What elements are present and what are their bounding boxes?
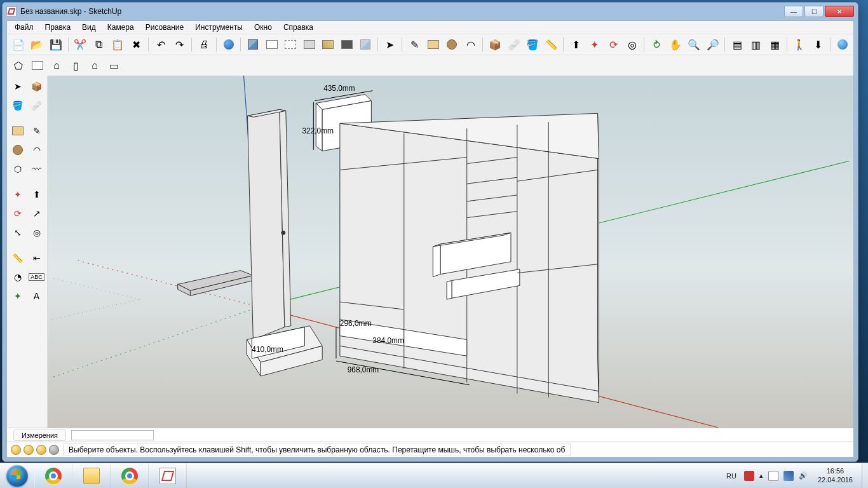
section-display-button[interactable]: ▥ <box>747 36 765 53</box>
new-file-button[interactable]: 📄 <box>10 36 27 53</box>
lt-line[interactable]: ✎ <box>29 123 45 139</box>
lt-circle[interactable] <box>10 142 26 158</box>
undo-button[interactable]: ↶ <box>152 36 170 53</box>
tray-overflow-icon[interactable]: ▴ <box>759 471 763 480</box>
style-monochrome-button[interactable] <box>338 36 356 53</box>
lt-scale[interactable]: ⤡ <box>10 224 26 241</box>
tray-flag-icon[interactable] <box>744 471 754 481</box>
cut-button[interactable]: ✂️ <box>71 36 89 53</box>
input-language[interactable]: RU <box>724 472 739 480</box>
pushpull-tool[interactable]: ⬆ <box>567 36 585 53</box>
menu-draw[interactable]: Рисование <box>140 22 189 33</box>
tray-network-icon[interactable] <box>783 471 794 481</box>
style-hidden-button[interactable] <box>281 36 299 53</box>
arc-tool[interactable]: ◠ <box>462 36 480 53</box>
style-textured-button[interactable] <box>319 36 337 53</box>
lt-arc[interactable]: ◠ <box>29 142 45 158</box>
section-cut-button[interactable]: ▦ <box>766 36 783 53</box>
titlebar[interactable]: Без названия.skp - SketchUp — ☐ ✕ <box>3 3 858 20</box>
menu-window[interactable]: Окно <box>249 22 277 33</box>
3d-viewport[interactable]: 435,0mm 322,0mm <box>48 76 853 428</box>
pan-tool[interactable]: ✋ <box>667 36 684 53</box>
lt-axes[interactable]: ✦ <box>10 288 26 304</box>
paste-button[interactable]: 📋 <box>109 36 126 53</box>
lt-text[interactable]: ABC <box>29 269 45 285</box>
front-view-button[interactable]: ⌂ <box>48 57 65 74</box>
minimize-button[interactable]: — <box>784 6 803 17</box>
tray-volume-icon[interactable]: 🔊 <box>799 471 808 480</box>
lt-select[interactable]: ➤ <box>10 78 26 95</box>
circle-tool[interactable] <box>443 36 461 53</box>
right-view-button[interactable]: ▯ <box>67 57 85 74</box>
left-view-button[interactable]: ▭ <box>105 57 123 74</box>
start-button[interactable] <box>0 463 34 489</box>
tray-action-center-icon[interactable] <box>768 471 778 481</box>
geo-indicator-icon[interactable] <box>11 445 21 455</box>
task-chrome-running[interactable] <box>111 463 149 489</box>
lt-dimension[interactable]: ⇤ <box>29 250 45 266</box>
back-view-button[interactable]: ⌂ <box>86 57 104 74</box>
paint-bucket-tool[interactable]: 🪣 <box>524 36 541 53</box>
measurements-input[interactable] <box>71 430 154 440</box>
maximize-button[interactable]: ☐ <box>804 6 824 17</box>
redo-button[interactable]: ↷ <box>171 36 189 53</box>
zoom-extents-tool[interactable]: 🔎 <box>704 36 722 53</box>
make-component-button[interactable]: 📦 <box>486 36 504 53</box>
style-xray-button[interactable] <box>356 36 374 53</box>
lt-move[interactable]: ✦ <box>10 186 26 203</box>
menu-view[interactable]: Вид <box>77 22 101 33</box>
print-button[interactable]: 🖨 <box>195 36 213 53</box>
lt-3dtext[interactable]: A <box>29 288 45 304</box>
save-file-button[interactable]: 💾 <box>47 36 65 53</box>
orbit-tool[interactable]: ⥁ <box>648 36 665 53</box>
rectangle-tool[interactable] <box>424 36 442 53</box>
walk-tool[interactable]: 🚶 <box>790 36 808 53</box>
delete-button[interactable]: ✖ <box>128 36 146 53</box>
style-shaded-button[interactable] <box>301 36 318 53</box>
tray-clock[interactable]: 16:56 22.04.2016 <box>813 467 858 484</box>
select-tool[interactable]: ➤ <box>381 36 399 53</box>
iso-view-button[interactable]: ⬠ <box>10 57 27 74</box>
lt-polygon[interactable]: ⬡ <box>10 161 26 177</box>
rotate-tool[interactable]: ⟳ <box>604 36 622 53</box>
show-desktop-button[interactable] <box>862 463 868 489</box>
style-wire-button[interactable] <box>263 36 281 53</box>
help-indicator-icon[interactable] <box>49 445 59 455</box>
tape-measure-tool[interactable]: 📏 <box>543 36 560 53</box>
login-indicator-icon[interactable] <box>36 445 46 455</box>
model-info-button[interactable] <box>220 36 238 53</box>
menu-help[interactable]: Справка <box>278 22 318 33</box>
lt-offset[interactable]: ◎ <box>29 224 45 241</box>
style-shadedtex-button[interactable] <box>244 36 262 53</box>
menu-file[interactable]: Файл <box>10 22 39 33</box>
offset-tool[interactable]: ◎ <box>623 36 641 53</box>
lt-protractor[interactable]: ◔ <box>10 269 26 285</box>
get-models-button[interactable]: ⬇ <box>809 36 827 53</box>
zoom-tool[interactable]: 🔍 <box>685 36 703 53</box>
lt-eraser[interactable]: 🩹 <box>29 97 45 114</box>
lt-rotate[interactable]: ⟳ <box>10 205 26 222</box>
eraser-tool[interactable]: 🩹 <box>505 36 523 53</box>
move-tool[interactable]: ✦ <box>586 36 604 53</box>
lt-make-component[interactable]: 📦 <box>29 78 45 95</box>
task-explorer[interactable] <box>72 463 111 489</box>
close-button[interactable]: ✕ <box>825 6 854 17</box>
lt-freehand[interactable]: 〰 <box>29 161 45 177</box>
task-chrome-pinned[interactable] <box>34 463 72 489</box>
geo-location-button[interactable] <box>834 36 851 53</box>
lt-paint[interactable]: 🪣 <box>10 97 26 114</box>
task-sketchup[interactable] <box>149 463 187 489</box>
lt-pushpull[interactable]: ⬆ <box>29 186 45 203</box>
open-file-button[interactable]: 📂 <box>29 36 46 53</box>
lt-rectangle[interactable] <box>10 123 26 139</box>
menu-tools[interactable]: Инструменты <box>190 22 248 33</box>
line-tool[interactable]: ✎ <box>405 36 423 53</box>
menu-edit[interactable]: Правка <box>40 22 76 33</box>
copy-button[interactable]: ⧉ <box>90 36 108 53</box>
credits-indicator-icon[interactable] <box>24 445 34 455</box>
lt-followme[interactable]: ↗ <box>29 205 45 222</box>
menu-camera[interactable]: Камера <box>102 22 139 33</box>
section-plane-tool[interactable]: ▤ <box>728 36 746 53</box>
top-view-button[interactable] <box>29 57 46 74</box>
lt-tape[interactable]: 📏 <box>10 250 26 266</box>
